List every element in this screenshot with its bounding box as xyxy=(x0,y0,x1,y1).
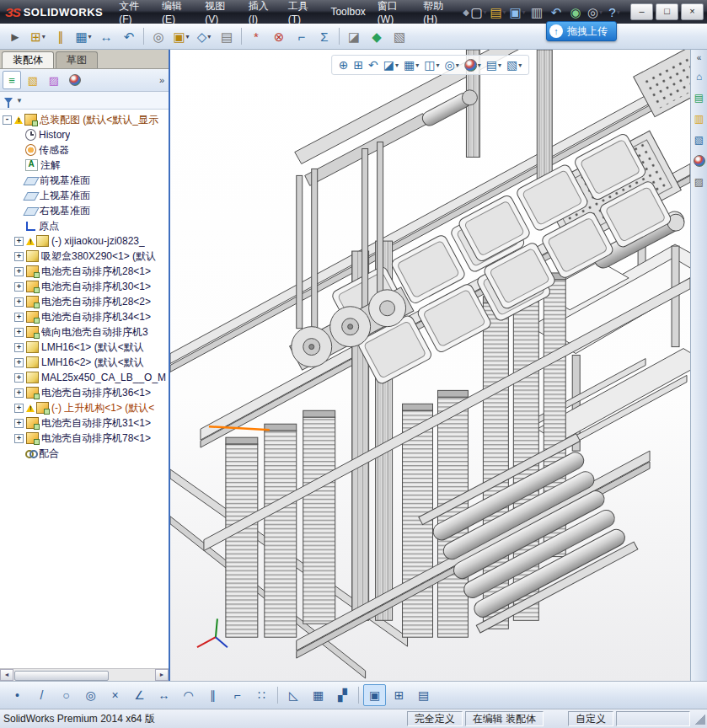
hide-show-items-dropdown-icon[interactable]: ▾ xyxy=(456,62,459,69)
tree-expander-icon[interactable]: + xyxy=(14,388,24,398)
solidworks-resources-button[interactable]: ⌂ xyxy=(693,70,706,83)
mirror-entities-button[interactable]: ▞ xyxy=(331,684,354,706)
taskpane-collapse-icon[interactable]: « xyxy=(697,53,702,62)
graphics-area[interactable]: ⊕⊞↶◪▾▦▾◫▾◎▾▾▤▾▧▾ xyxy=(170,50,690,681)
scroll-track[interactable] xyxy=(13,670,155,680)
tree-expander-icon[interactable]: + xyxy=(14,313,24,322)
propertymanager-tab-button[interactable]: ▧ xyxy=(24,71,42,89)
scroll-right-button[interactable]: ► xyxy=(155,669,169,681)
tree-expander-icon[interactable]: + xyxy=(14,404,24,413)
tab-assembly[interactable]: 装配体 xyxy=(2,51,54,68)
tree-item-15[interactable]: +LMH16<1> (默认<默认 xyxy=(2,340,169,355)
smart-dimension-button[interactable]: ↔ xyxy=(153,684,175,706)
tree-item-6[interactable]: 右视基准面 xyxy=(2,203,169,218)
scroll-thumb[interactable] xyxy=(14,671,109,681)
tree-item-11[interactable]: +电池壳自动排序机30<1> xyxy=(2,279,169,294)
tree-item-9[interactable]: +吸塑盒380X290<1> (默认 xyxy=(2,249,169,264)
tree-item-13[interactable]: +电池壳自动排序机34<1> xyxy=(2,309,169,324)
help-dropdown-icon[interactable]: ▾ xyxy=(617,8,620,16)
options-dropdown-icon[interactable]: ▾ xyxy=(599,8,603,16)
tree-item-10[interactable]: +电池壳自动排序机28<1> xyxy=(2,264,169,279)
file-explorer-button[interactable]: ▥ xyxy=(693,112,706,126)
move-component-button[interactable]: ↔ xyxy=(95,25,117,47)
tree-item-20[interactable]: +电池壳自动排序机31<1> xyxy=(2,415,169,431)
tree-item-2[interactable]: 传感器 xyxy=(2,142,169,158)
new-file-dropdown-icon[interactable]: ▾ xyxy=(484,8,487,16)
tree-item-12[interactable]: +电池壳自动排序机28<2> xyxy=(2,294,169,309)
apply-scene-button[interactable]: ▤▾ xyxy=(485,56,503,73)
options-button[interactable]: ◎▾ xyxy=(586,3,604,21)
tree-item-7[interactable]: 原点 xyxy=(2,218,169,233)
drag-upload-overlay[interactable]: ↑ 拖拽上传 xyxy=(546,21,617,41)
tree-expander-icon[interactable]: - xyxy=(3,115,12,125)
view-orientation-button[interactable]: ▦▾ xyxy=(402,56,420,73)
display-style-button[interactable]: ◫▾ xyxy=(422,56,441,73)
tree-item-3[interactable]: 注解 xyxy=(2,158,169,173)
section-view-button[interactable]: ◪▾ xyxy=(382,56,400,73)
tree-item-4[interactable]: 前视基准面 xyxy=(2,173,169,188)
normal-to-button[interactable]: ▣ xyxy=(363,684,386,706)
rotate-component-button[interactable]: ↶ xyxy=(118,25,140,47)
screen-capture-button[interactable]: ▧ xyxy=(388,25,410,47)
tree-expander-icon[interactable]: + xyxy=(14,434,24,443)
minimize-button[interactable]: – xyxy=(630,3,653,20)
select-tool-button[interactable]: ► xyxy=(4,25,26,47)
configurationmanager-tab-button[interactable]: ▨ xyxy=(45,71,63,89)
open-file-dropdown-icon[interactable]: ▾ xyxy=(503,8,506,16)
assembly-features-dropdown-icon[interactable]: ▾ xyxy=(186,33,190,40)
tree-expander-icon[interactable]: + xyxy=(14,419,24,428)
tree-expander-icon[interactable]: + xyxy=(14,343,24,352)
custom-properties-button[interactable]: ▨ xyxy=(693,175,706,189)
reference-geometry-button[interactable]: ◇▾ xyxy=(193,25,215,47)
help-button[interactable]: ?▾ xyxy=(605,3,624,21)
section-properties-button[interactable]: ◪ xyxy=(343,25,365,47)
print-button[interactable]: ▥ xyxy=(528,3,546,21)
tree-expander-icon[interactable]: + xyxy=(14,282,24,292)
assembly-features-button[interactable]: ▣▾ xyxy=(170,25,192,47)
simulation-advisor-button[interactable]: ◆ xyxy=(366,25,388,47)
undo-button[interactable]: ↶ xyxy=(547,3,565,21)
convert-entities-button[interactable]: ◺ xyxy=(282,684,305,706)
linear-sketch-pattern-button[interactable]: ∷ xyxy=(250,684,273,706)
status-custom[interactable]: 自定义 xyxy=(568,711,613,726)
scroll-left-button[interactable]: ◄ xyxy=(0,669,13,681)
insert-component-button[interactable]: ⊞▾ xyxy=(27,25,49,47)
filter-funnel-icon[interactable] xyxy=(4,98,13,104)
tree-expander-icon[interactable]: + xyxy=(14,252,24,261)
displaymanager-tab-button[interactable] xyxy=(66,71,84,89)
open-file-button[interactable]: ▤▾ xyxy=(489,3,507,21)
trim-entities-button[interactable]: × xyxy=(104,684,126,706)
mass-properties-button[interactable]: Σ xyxy=(313,25,335,47)
edit-appearance-dropdown-icon[interactable]: ▾ xyxy=(478,62,481,69)
tree-expander-icon[interactable]: + xyxy=(14,267,24,276)
hide-show-items-button[interactable]: ◎▾ xyxy=(443,56,461,73)
tree-item-14[interactable]: +镜向电池壳自动排序机3 xyxy=(2,324,169,340)
view-settings-dropdown-icon[interactable]: ▾ xyxy=(518,62,522,69)
menu-pin-icon[interactable]: ◆ xyxy=(463,8,469,17)
corner-rectangle-button[interactable]: ⌐ xyxy=(226,684,249,706)
edit-appearance-button[interactable]: ▾ xyxy=(463,56,483,73)
tree-item-18[interactable]: +电池壳自动排序机36<1> xyxy=(2,385,169,400)
tree-expander-icon[interactable]: + xyxy=(14,237,24,246)
show-hidden-components-button[interactable]: ◎ xyxy=(147,25,169,47)
featuremanager-design-tree-tab-button[interactable]: ≡ xyxy=(3,71,21,89)
tangent-arc-button[interactable]: ◠ xyxy=(177,684,200,706)
display-grid-button[interactable]: ▤ xyxy=(412,684,435,706)
zoom-to-area-button[interactable]: ⊞ xyxy=(351,56,365,73)
design-library-button[interactable]: ▤ xyxy=(693,91,706,104)
save-button[interactable]: ▣▾ xyxy=(508,3,527,21)
appearances-scenes-button[interactable] xyxy=(693,154,706,168)
tree-item-0[interactable]: -总装配图 (默认<默认_显示 xyxy=(2,112,169,127)
tree-expander-icon[interactable]: + xyxy=(14,297,24,307)
apply-scene-dropdown-icon[interactable]: ▾ xyxy=(498,62,501,69)
tree-item-17[interactable]: +MAL25x450_CA_LB__O_M xyxy=(2,370,169,385)
bill-of-materials-button[interactable]: ▤ xyxy=(216,25,238,47)
tree-item-1[interactable]: History xyxy=(2,127,169,142)
panel-overflow-chevron[interactable]: » xyxy=(159,75,166,85)
close-button[interactable]: × xyxy=(681,3,704,20)
section-view-dropdown-icon[interactable]: ▾ xyxy=(395,62,399,69)
rebuild-button[interactable]: ◉ xyxy=(566,3,585,21)
tree-item-16[interactable]: +LMH16<2> (默认<默认 xyxy=(2,355,169,370)
tree-item-21[interactable]: +电池壳自动排序机78<1> xyxy=(2,431,169,446)
view-orientation-dropdown-icon[interactable]: ▾ xyxy=(415,62,419,69)
